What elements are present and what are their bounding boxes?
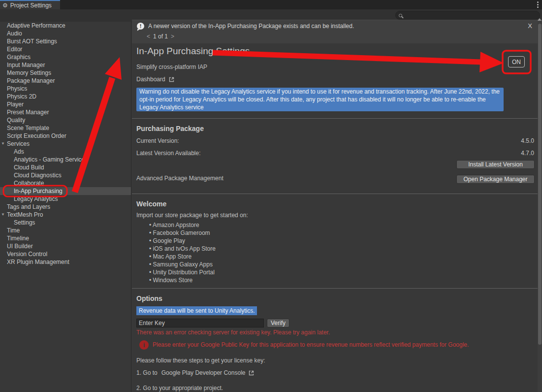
sidebar-item-services[interactable]: ▼ Services	[0, 140, 131, 148]
pager-count: 1 of 1	[153, 33, 168, 40]
step-1-row: 1. Go to Google Play Developer Console	[136, 369, 255, 376]
license-key-input[interactable]	[136, 319, 264, 327]
sidebar-item-physics[interactable]: Physics	[0, 85, 131, 93]
welcome-heading: Welcome	[136, 200, 166, 208]
sidebar-item-burst-aot-settings[interactable]: Burst AOT Settings	[0, 37, 131, 45]
sidebar-item-timeline[interactable]: Timeline	[0, 234, 131, 242]
iap-toggle-on-button[interactable]: ON	[508, 56, 525, 67]
sidebar-item-adaptive-performance[interactable]: Adaptive Performance	[0, 22, 131, 30]
step-1-prefix: 1. Go to	[136, 369, 158, 376]
latest-version-value: 4.7.0	[521, 150, 534, 157]
sidebar-item-preset-manager[interactable]: Preset Manager	[0, 108, 131, 116]
store-list-item: Facebook Gameroom	[149, 229, 216, 237]
sidebar-item-memory-settings[interactable]: Memory Settings	[0, 69, 131, 77]
section-divider	[132, 194, 538, 194]
pager-prev-icon[interactable]: <	[147, 33, 150, 40]
store-list-item: Unity Distribution Portal	[149, 268, 216, 276]
foldout-arrow-icon[interactable]: ▼	[1, 211, 5, 219]
install-latest-version-button[interactable]: Install Latest Version	[456, 160, 535, 169]
sidebar-item-textmesh-pro[interactable]: ▼ TextMesh Pro	[0, 211, 131, 219]
current-version-value: 4.5.0	[521, 137, 534, 144]
foldout-arrow-icon[interactable]: ▼	[1, 140, 5, 148]
store-list-item: Mac App Store	[149, 253, 216, 261]
store-list-item: Windows Store	[149, 276, 216, 284]
verify-button[interactable]: Verify	[267, 319, 289, 327]
sidebar-item-label: Services	[7, 140, 30, 147]
scroll-up-arrow-icon[interactable]	[538, 18, 542, 21]
section-divider	[132, 288, 538, 289]
notification-message: A newer version of the In-App Purchasing…	[148, 23, 354, 30]
sidebar-item-analytics-gaming-services[interactable]: Analytics - Gaming Services	[0, 156, 131, 163]
annotation-arrow-on	[213, 52, 504, 72]
subtitle: Simplify cross-platform IAP	[136, 64, 207, 70]
dashboard-link[interactable]: Dashboard	[136, 76, 175, 83]
tab-title: Project Settings	[10, 2, 52, 9]
legacy-analytics-warning: Warning do not disable the Legacy Analyt…	[136, 88, 504, 111]
error-icon: i	[139, 340, 149, 350]
external-link-icon	[248, 370, 255, 376]
sidebar-item-input-manager[interactable]: Input Manager	[0, 61, 131, 69]
step-2-text: 2. Go to your appropriate project.	[136, 385, 223, 392]
sidebar-item-ads[interactable]: Ads	[0, 148, 131, 156]
advanced-package-management-label: Advanced Package Management	[136, 175, 223, 182]
sidebar-item-textmeshpro-settings[interactable]: Settings	[0, 219, 131, 227]
section-divider	[132, 118, 538, 119]
store-list: Amazon Appstore Facebook Gameroom Google…	[149, 221, 216, 284]
latest-version-label: Latest Version Available:	[136, 150, 201, 157]
server-error-text: There was an error checking server for e…	[136, 329, 330, 336]
sidebar-item-legacy-analytics[interactable]: Legacy Analytics	[0, 195, 131, 203]
google-key-error-text: Please enter your Google Public Key for …	[153, 341, 469, 348]
close-icon[interactable]: X	[528, 22, 532, 30]
sidebar-item-player[interactable]: Player	[0, 100, 131, 108]
dashboard-label: Dashboard	[136, 76, 165, 83]
sidebar-item-graphics[interactable]: Graphics	[0, 53, 131, 61]
store-list-item: Google Play	[149, 237, 216, 245]
sidebar-item-audio[interactable]: Audio	[0, 30, 131, 37]
open-package-manager-button[interactable]: Open Package Manager	[456, 175, 535, 184]
sidebar-item-package-manager[interactable]: Package Manager	[0, 77, 131, 85]
external-link-icon	[168, 76, 175, 83]
sidebar-item-version-control[interactable]: Version Control	[0, 250, 131, 258]
sidebar-item-xr-plugin-management[interactable]: XR Plugin Management	[0, 258, 131, 266]
search-input[interactable]	[404, 12, 532, 19]
store-list-item: Samsung Galaxy Apps	[149, 261, 216, 268]
sidebar-item-ui-builder[interactable]: UI Builder	[0, 242, 131, 250]
google-play-console-link[interactable]: Google Play Developer Console	[161, 369, 246, 376]
sidebar-item-scene-template[interactable]: Scene Template	[0, 124, 131, 132]
store-list-item: iOS and tvOs App Store	[149, 245, 216, 253]
welcome-intro: Import our store package to get started …	[136, 212, 248, 219]
tab-project-settings[interactable]: ⚙ Project Settings	[0, 0, 60, 9]
sidebar-item-physics-2d[interactable]: Physics 2D	[0, 93, 131, 100]
sidebar-item-cloud-diagnostics[interactable]: Cloud Diagnostics	[0, 171, 131, 179]
sidebar-item-time[interactable]: Time	[0, 227, 131, 234]
sidebar-item-collaborate[interactable]: Collaborate	[0, 179, 131, 187]
options-heading: Options	[136, 294, 162, 302]
gear-icon: ⚙	[2, 2, 8, 8]
settings-sidebar: Adaptive Performance Audio Burst AOT Set…	[0, 22, 131, 392]
store-list-item: Amazon Appstore	[149, 221, 216, 229]
search-icon	[399, 14, 402, 17]
license-steps-intro: Please follow these steps to get your li…	[136, 357, 265, 364]
sidebar-item-editor[interactable]: Editor	[0, 45, 131, 53]
sidebar-item-in-app-purchasing[interactable]: In-App Purchasing	[0, 187, 131, 195]
sidebar-item-label: TextMesh Pro	[7, 211, 43, 218]
pager-next-icon[interactable]: >	[171, 33, 174, 40]
update-notification-bar: ! A newer version of the In-App Purchasi…	[132, 20, 542, 43]
scrollbar-thumb[interactable]	[538, 24, 542, 345]
current-version-label: Current Version:	[136, 137, 179, 144]
purchasing-package-heading: Purchasing Package	[136, 125, 204, 132]
sidebar-item-cloud-build[interactable]: Cloud Build	[0, 163, 131, 171]
revenue-analytics-note: Revenue data will be sent to Unity Analy…	[136, 306, 257, 315]
project-settings-window: ⚙ Project Settings Adaptive Performance …	[0, 0, 542, 392]
sidebar-item-quality[interactable]: Quality	[0, 116, 131, 124]
sidebar-item-tags-and-layers[interactable]: Tags and Layers	[0, 203, 131, 211]
page-title: In-App Purchasing Settings	[136, 46, 250, 57]
sidebar-item-script-execution-order[interactable]: Script Execution Order	[0, 132, 131, 140]
alert-bubble-icon: !	[137, 23, 144, 30]
kebab-menu-icon[interactable]	[537, 1, 539, 8]
window-titlebar: ⚙ Project Settings	[0, 0, 542, 9]
notification-pager: < 1 of 1 >	[147, 33, 174, 40]
search-field[interactable]	[395, 11, 540, 20]
